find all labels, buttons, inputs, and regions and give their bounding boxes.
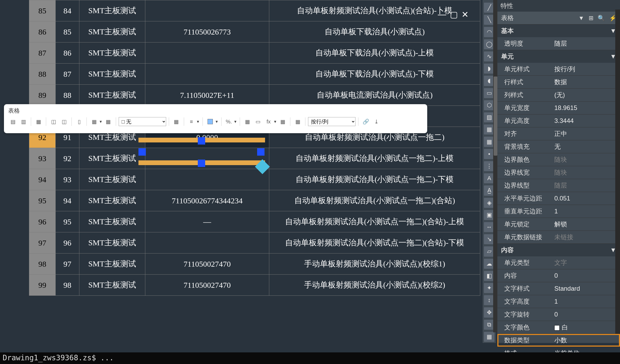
table-cell[interactable]: 自动单板下载治具(小测试点)-上模 xyxy=(269,42,480,64)
insert-tool-icon[interactable]: ▣ xyxy=(484,210,494,220)
chevron-down-icon[interactable]: ▼ xyxy=(273,119,277,124)
table-row[interactable]: 9493SMT主板测试自动单板射频测试治具(小测试点一拖二)-下模 xyxy=(29,169,480,190)
table-cell[interactable]: 自动单板射频测试治具(小测试点一拖二)-上模 xyxy=(269,148,480,169)
insert-col-right-icon[interactable]: ◫ xyxy=(59,117,69,126)
table-cell[interactable] xyxy=(145,232,269,253)
download-icon[interactable]: ⤓ xyxy=(372,117,381,126)
polyline-tool-icon[interactable]: ╲ xyxy=(484,15,494,25)
revcloud-icon[interactable]: ☁ xyxy=(484,259,494,269)
table-cell[interactable]: SMT主板测试 xyxy=(79,169,145,190)
table-cell[interactable] xyxy=(145,0,269,21)
section-cell[interactable]: 单元▼ xyxy=(497,50,620,63)
table-cell[interactable]: 自动单板下载治具(小测试点) xyxy=(269,21,480,42)
mtext-tool-icon[interactable]: A̲ xyxy=(484,185,494,195)
block-tool-icon[interactable]: ◈ xyxy=(484,198,494,208)
dim-tool-icon[interactable]: ↔ xyxy=(484,222,494,232)
ellipse-tool-icon[interactable]: ◗ xyxy=(484,64,494,74)
palette-toggle-icon[interactable]: ▦ xyxy=(484,332,494,342)
table-cell[interactable]: SMT主板测试 xyxy=(79,0,145,21)
table-cell[interactable] xyxy=(145,42,269,64)
insert-col-left-icon[interactable]: ◫ xyxy=(49,117,58,126)
table-cell[interactable]: 711050026774344234 xyxy=(145,190,269,211)
table-cell[interactable]: 86 xyxy=(29,21,56,42)
table-cell[interactable]: 92 xyxy=(56,148,79,169)
prop-col-style[interactable]: 列样式(无) xyxy=(497,89,620,102)
table-cell[interactable]: 97 xyxy=(56,253,79,275)
prop-cell-lock[interactable]: 单元锁定解锁 xyxy=(497,218,620,231)
rect-tool-icon[interactable]: ▭ xyxy=(484,88,494,98)
move-tool-icon[interactable]: ✥ xyxy=(484,307,494,317)
table-cell[interactable]: SMT主板测试 xyxy=(79,211,145,232)
block-icon[interactable]: ▦ xyxy=(243,117,252,126)
prop-cell-width[interactable]: 单元宽度18.9615 xyxy=(497,102,620,114)
table-cell[interactable]: 88 xyxy=(29,64,56,85)
table-cell[interactable]: 85 xyxy=(29,0,56,21)
arc-tool-icon[interactable]: ◠ xyxy=(484,27,494,37)
section-content[interactable]: 内容▼ xyxy=(497,244,620,256)
minimize-button[interactable]: — xyxy=(438,9,446,20)
command-line[interactable]: Drawing1_zws39368.zs$ ... xyxy=(0,352,620,364)
explode-icon[interactable]: ✦ xyxy=(484,283,494,293)
border-icon[interactable]: ▦ xyxy=(172,117,181,126)
table-cell[interactable]: SMT主板测试 xyxy=(79,148,145,169)
table-cell[interactable]: 87 xyxy=(56,64,79,85)
fill-select[interactable]: □ 无 xyxy=(119,117,166,126)
table-row[interactable]: 8887SMT主板测试自动单板下载治具(小测试点)-下模 xyxy=(29,64,480,85)
line-tool-icon[interactable]: ╱ xyxy=(484,3,494,13)
unmerge-cells-icon[interactable]: ▦ xyxy=(104,117,113,126)
eraser-icon[interactable]: ◧ xyxy=(484,271,494,281)
circle-tool-icon[interactable]: ◯ xyxy=(484,39,494,49)
table-cell[interactable] xyxy=(145,64,269,85)
object-type-dropdown[interactable]: 表格 ▼ ⊞ 🔍 ⚡ xyxy=(497,12,620,25)
prop-border-lw[interactable]: 边界线宽随块 xyxy=(497,166,620,179)
table-cell[interactable]: 自动单板射频测试治具(小测试点一拖二)(合站) xyxy=(269,190,480,211)
table-cell[interactable]: 自动单板下载治具(小测试点)-下模 xyxy=(269,64,480,85)
formula-icon[interactable]: fx xyxy=(264,117,273,126)
table-tool-icon[interactable]: ▦ xyxy=(484,137,494,147)
table-cell[interactable] xyxy=(145,148,269,169)
table-cell[interactable]: SMT主板测试 xyxy=(79,190,145,211)
table-row[interactable]: 8786SMT主板测试自动单板下载治具(小测试点)-上模 xyxy=(29,42,480,64)
prop-hmargin[interactable]: 水平单元边距0.051 xyxy=(497,192,620,205)
close-button[interactable]: ✕ xyxy=(462,9,469,20)
select-objects-icon[interactable]: ⊞ xyxy=(589,15,593,21)
table-cell[interactable]: SMT主板测试 xyxy=(79,64,145,85)
table-cell[interactable]: SMT主板测试 xyxy=(79,275,145,296)
leader-tool-icon[interactable]: ↘ xyxy=(484,234,494,244)
table-cell[interactable]: SMT主板测试 xyxy=(79,85,145,106)
chevron-down-icon[interactable]: ▼ xyxy=(99,119,103,124)
ellipse-arc-icon[interactable]: ◖ xyxy=(484,76,494,86)
table-cell[interactable] xyxy=(145,169,269,190)
prop-text-color[interactable]: 文字颜色白 xyxy=(497,321,620,334)
table-row[interactable]: 9594SMT主板测试711050026774344234自动单板射频测试治具(… xyxy=(29,190,480,211)
prop-cell-height[interactable]: 单元高度3.3444 xyxy=(497,114,620,127)
table-cell[interactable]: 711050027470 xyxy=(145,275,269,296)
table-cell[interactable]: 711050027470 xyxy=(145,253,269,275)
table-cell[interactable]: 手动单板射频测试治具(小测试点)(校综1) xyxy=(269,253,480,275)
table-cell[interactable]: 手动单板射频测试治具(小测试点)(校综2) xyxy=(269,275,480,296)
prop-text-style[interactable]: 文字样式Standard xyxy=(497,282,620,295)
table-cell[interactable]: 98 xyxy=(56,275,79,296)
table-cell[interactable]: 95 xyxy=(29,190,56,211)
link-icon[interactable]: 🔗 xyxy=(361,117,371,126)
table-cell[interactable]: SMT主板测试 xyxy=(79,21,145,42)
prop-row-style[interactable]: 行样式数据 xyxy=(497,76,620,89)
text-tool-icon[interactable]: A xyxy=(484,173,494,183)
table-cell[interactable]: SMT主板测试 xyxy=(79,232,145,253)
table-row[interactable]: 9392SMT主板测试自动单板射频测试治具(小测试点一拖二)-上模 xyxy=(29,148,480,169)
table-cell[interactable]: SMT主板测试 xyxy=(79,42,145,64)
table-row[interactable]: 9796SMT主板测试自动单板射频测试治具(小测试点一拖二)(合站)-下模 xyxy=(29,232,480,253)
table-cell[interactable]: 87 xyxy=(29,42,56,64)
prop-align[interactable]: 对齐正中 xyxy=(497,127,620,140)
table-row[interactable]: 8584SMT主板测试自动单板射频测试治具(小测试点)(合站)-卜模 xyxy=(29,0,480,21)
section-basic[interactable]: 基本▼ xyxy=(497,25,620,37)
table-row[interactable]: 9998SMT主板测试711050027470手动单板射频测试治具(小测试点)(… xyxy=(29,275,480,296)
spline-tool-icon[interactable]: ∿ xyxy=(484,51,494,61)
merge-cells-icon[interactable]: ▦ xyxy=(89,117,99,126)
props-scrollbar[interactable] xyxy=(615,9,620,334)
chevron-down-icon[interactable]: ▼ xyxy=(196,119,200,124)
chevron-down-icon[interactable]: ▼ xyxy=(234,119,237,124)
drawing-canvas[interactable]: 8584SMT主板测试自动单板射频测试治具(小测试点)(合站)-卜模8685SM… xyxy=(0,0,483,296)
insert-row-below-icon[interactable]: ▥ xyxy=(19,117,28,126)
region-tool-icon[interactable]: ▦ xyxy=(484,124,494,135)
